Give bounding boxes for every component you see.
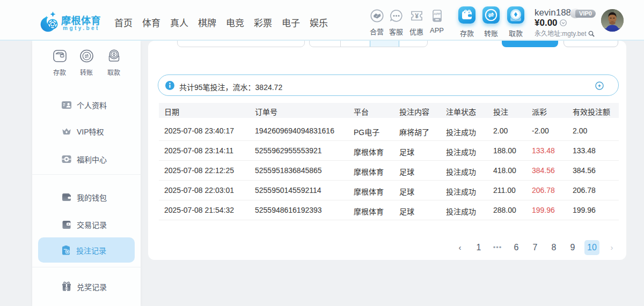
svg-text:¥: ¥ xyxy=(415,12,419,20)
svg-text:APP: APP xyxy=(434,12,440,16)
